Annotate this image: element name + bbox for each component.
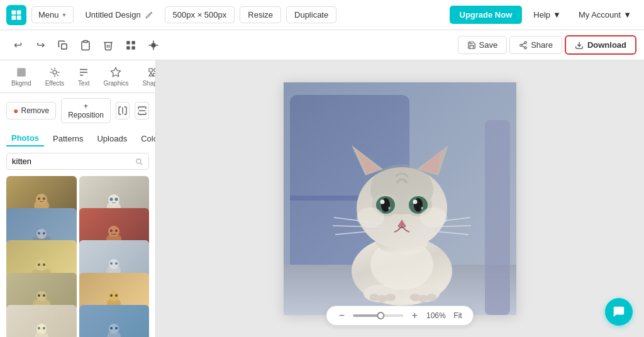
- photo-nav: Photos Patterns Uploads Color ☆: [0, 128, 155, 149]
- upgrade-label: Upgrade Now: [460, 10, 513, 19]
- svg-line-25: [51, 69, 52, 70]
- effects-icon: [49, 67, 60, 78]
- paste-button[interactable]: [75, 35, 96, 55]
- panel-actions: ● Remove + Reposition: [0, 93, 155, 128]
- zoom-out-button[interactable]: −: [335, 309, 348, 322]
- svg-point-59: [115, 262, 118, 265]
- help-caret: ▼: [553, 10, 561, 19]
- photo-nav-photos[interactable]: Photos: [6, 131, 44, 146]
- photo-item[interactable]: [79, 305, 150, 337]
- shapes-icon: [147, 67, 156, 78]
- undo-button[interactable]: ↩: [8, 35, 28, 55]
- canvas-image: [284, 82, 516, 315]
- tab-graphics[interactable]: Graphics: [97, 63, 135, 91]
- svg-rect-1: [17, 10, 21, 14]
- zoom-in-button[interactable]: +: [408, 309, 421, 322]
- help-button[interactable]: Help ▼: [527, 7, 567, 23]
- svg-rect-3: [17, 15, 21, 19]
- chat-button[interactable]: [605, 298, 633, 326]
- tab-text[interactable]: Text: [72, 63, 96, 91]
- svg-point-67: [115, 294, 118, 297]
- svg-point-37: [36, 194, 47, 205]
- duplicate-button[interactable]: Duplicate: [286, 6, 336, 23]
- grid-button[interactable]: [121, 35, 141, 55]
- pencil-icon: [145, 11, 153, 19]
- download-icon: [575, 41, 584, 50]
- zoom-fit-button[interactable]: Fit: [451, 311, 464, 320]
- flip-h-button[interactable]: [116, 102, 130, 119]
- tab-bkgrnd[interactable]: Bkgrnd: [5, 63, 38, 91]
- tab-shapes[interactable]: Shapes: [136, 63, 156, 91]
- save-button[interactable]: Save: [458, 36, 508, 54]
- logo[interactable]: [6, 5, 26, 25]
- redo-button[interactable]: ↪: [30, 35, 50, 55]
- copy-button[interactable]: [53, 35, 73, 55]
- svg-point-51: [115, 229, 118, 232]
- svg-point-62: [38, 294, 40, 297]
- svg-point-63: [43, 294, 45, 297]
- align-button[interactable]: [143, 35, 164, 55]
- bkgrnd-icon: [16, 67, 27, 78]
- share-label: Share: [531, 40, 553, 50]
- svg-point-53: [36, 260, 47, 271]
- search-box: [6, 153, 149, 170]
- svg-point-106: [388, 207, 391, 209]
- download-button[interactable]: Download: [565, 35, 636, 55]
- graphics-icon: [110, 67, 121, 78]
- search-icon: [135, 157, 143, 166]
- tab-bkgrnd-label: Bkgrnd: [11, 80, 31, 87]
- photo-item[interactable]: [6, 305, 77, 337]
- search-input[interactable]: [12, 157, 131, 166]
- svg-rect-21: [17, 68, 26, 77]
- canvas-frame[interactable]: [284, 82, 516, 315]
- upgrade-button[interactable]: Upgrade Now: [450, 6, 523, 24]
- size-button[interactable]: 500px × 500px: [165, 6, 235, 23]
- svg-point-41: [108, 194, 119, 206]
- reposition-label: + Reposition: [68, 102, 104, 119]
- account-button[interactable]: My Account ▼: [572, 7, 638, 23]
- share-icon: [519, 41, 528, 50]
- remove-dot: ●: [13, 106, 18, 116]
- svg-point-105: [413, 200, 418, 204]
- svg-point-43: [115, 197, 118, 201]
- svg-point-39: [43, 197, 45, 200]
- svg-point-71: [43, 327, 45, 329]
- resize-button[interactable]: Resize: [240, 6, 281, 23]
- svg-point-107: [421, 207, 423, 209]
- svg-rect-2: [12, 15, 16, 19]
- menu-caret: ▼: [62, 12, 67, 18]
- photo-nav-uploads[interactable]: Uploads: [92, 131, 132, 146]
- svg-point-46: [38, 232, 40, 235]
- svg-point-116: [419, 207, 447, 228]
- photo-nav-patterns[interactable]: Patterns: [48, 131, 88, 146]
- tab-graphics-label: Graphics: [103, 80, 128, 87]
- zoom-slider[interactable]: [353, 314, 403, 317]
- photo-nav-color[interactable]: Color: [136, 131, 156, 146]
- main-layout: Bkgrnd Effects Text Graphics Shapes ●: [0, 60, 644, 337]
- svg-rect-5: [84, 40, 87, 42]
- svg-point-38: [38, 197, 40, 200]
- tab-effects[interactable]: Effects: [39, 63, 70, 91]
- svg-line-18: [522, 45, 525, 47]
- canvas-wrapper: [284, 82, 516, 315]
- help-label: Help: [533, 10, 550, 19]
- save-icon: [467, 41, 476, 50]
- photo-grid: [0, 174, 155, 337]
- flip-v-button[interactable]: [135, 102, 149, 119]
- remove-button[interactable]: ● Remove: [6, 102, 56, 119]
- svg-point-15: [525, 41, 527, 44]
- svg-line-19: [522, 43, 525, 44]
- design-title-text: Untitled Design: [85, 10, 140, 19]
- account-label: My Account: [579, 10, 621, 19]
- share-button[interactable]: Share: [509, 36, 562, 54]
- svg-rect-7: [132, 41, 135, 44]
- delete-button[interactable]: [98, 35, 118, 55]
- svg-point-70: [38, 327, 40, 329]
- flip-h-icon: [118, 106, 128, 116]
- reposition-button[interactable]: + Reposition: [61, 98, 111, 123]
- canvas-area: − + 106% Fit: [156, 60, 644, 337]
- svg-point-50: [110, 229, 113, 232]
- left-panel: Bkgrnd Effects Text Graphics Shapes ●: [0, 60, 156, 337]
- menu-button[interactable]: Menu ▼: [31, 6, 74, 23]
- svg-point-54: [38, 263, 40, 266]
